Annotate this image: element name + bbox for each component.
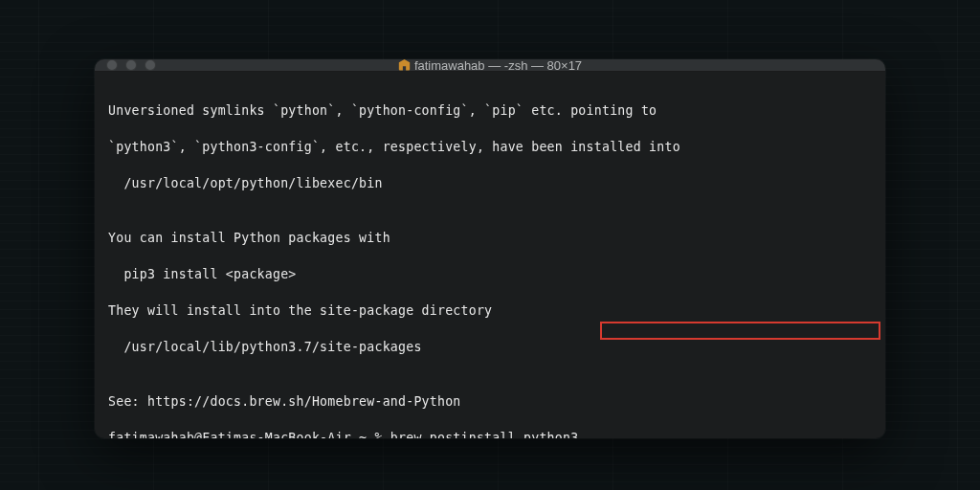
output-line: They will install into the site-package … bbox=[108, 301, 872, 320]
output-line: You can install Python packages with bbox=[108, 229, 872, 247]
window-title-text: fatimawahab — -zsh — 80×17 bbox=[414, 59, 582, 73]
prompt-line: fatimawahab@Fatimas-MacBook-Air ~ % brew… bbox=[108, 429, 872, 438]
zoom-icon[interactable] bbox=[145, 59, 156, 71]
titlebar[interactable]: fatimawahab — -zsh — 80×17 bbox=[95, 59, 885, 72]
output-line: Unversioned symlinks `python`, `python-c… bbox=[108, 101, 872, 120]
window-title: fatimawahab — -zsh — 80×17 bbox=[95, 59, 885, 73]
traffic-lights bbox=[95, 59, 156, 71]
home-folder-icon bbox=[398, 59, 411, 71]
output-line: pip3 install <package> bbox=[108, 265, 872, 283]
output-line: /usr/local/lib/python3.7/site-packages bbox=[108, 338, 872, 356]
output-line: See: https://docs.brew.sh/Homebrew-and-P… bbox=[108, 392, 872, 411]
minimize-icon[interactable] bbox=[125, 59, 137, 71]
close-icon[interactable] bbox=[106, 59, 118, 71]
output-line: /usr/local/opt/python/libexec/bin bbox=[108, 174, 872, 192]
terminal-output[interactable]: Unversioned symlinks `python`, `python-c… bbox=[95, 72, 885, 438]
output-line: `python3`, `python3-config`, etc., respe… bbox=[108, 138, 872, 156]
terminal-window: fatimawahab — -zsh — 80×17 Unversioned s… bbox=[95, 59, 885, 438]
